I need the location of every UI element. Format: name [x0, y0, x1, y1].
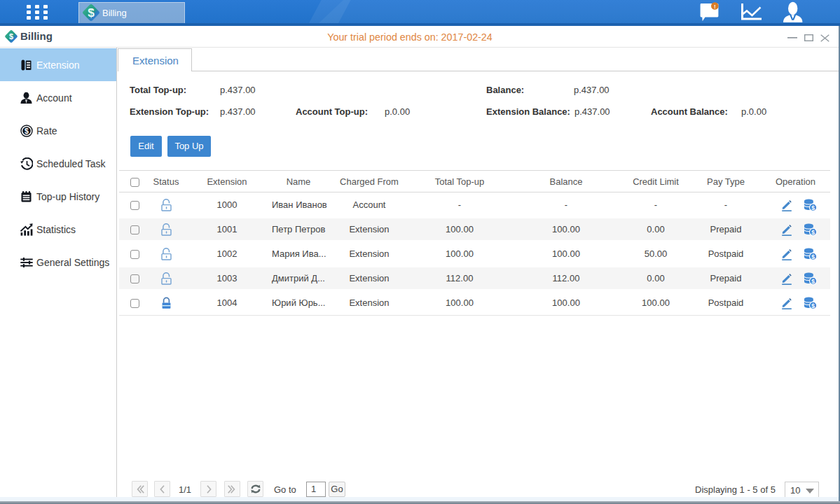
svg-text:$: $	[811, 229, 815, 236]
svg-text:$: $	[811, 253, 815, 260]
svg-text:!: !	[714, 4, 716, 10]
svg-text:$: $	[811, 302, 815, 309]
svg-text:$: $	[811, 204, 815, 211]
svg-text:$: $	[88, 6, 95, 20]
svg-text:$: $	[25, 127, 29, 135]
svg-text:$: $	[811, 278, 815, 285]
